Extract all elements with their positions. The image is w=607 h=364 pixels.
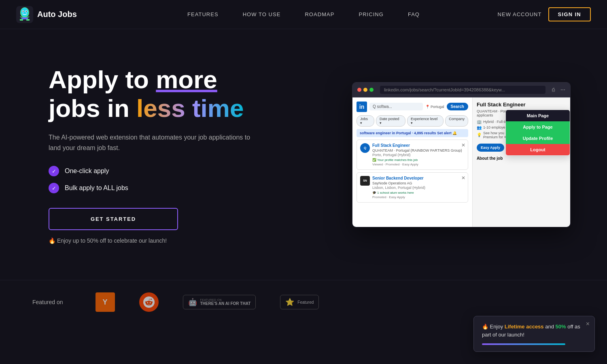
li-job-card-1: SN Senior Backend Developer SayNode Oper…: [357, 172, 468, 203]
other-logo: ⭐ Featured: [280, 295, 319, 309]
check-icon-1: ✓: [49, 183, 59, 193]
hero-title: Apply to more jobs in less time: [49, 65, 259, 123]
there-is-an-ai-logo: 🤖 FEATURED ON THERE'S AN AI FOR THAT: [183, 295, 256, 309]
linkedin-content: in Q softwa... 📍 Portugal Search Jobs ▾ …: [352, 97, 570, 227]
dot-red: [357, 88, 361, 92]
compare-icon: 💡: [477, 133, 482, 137]
banner-label: software engineer in Portugal: [360, 131, 411, 135]
dot-yellow: [363, 88, 367, 92]
nav-link-features[interactable]: FEATURES: [187, 11, 219, 17]
hero-section: Apply to more jobs in less time The AI-p…: [0, 29, 607, 280]
reddit-logo: [139, 292, 159, 312]
job-meta-0: Viewed · Promoted · Easy Apply: [372, 163, 465, 166]
featured-logos: Y 🤖 FEATURED ON THERE'S AN AI FOR THAT ⭐…: [96, 292, 575, 312]
close-job-1[interactable]: ✕: [461, 175, 465, 181]
location-icon: 📍: [425, 105, 430, 109]
job-badge-1: 🎓 1 school alum works here: [372, 191, 465, 195]
ext-apply-button[interactable]: Apply to Page: [506, 121, 570, 133]
linkedin-logo: in: [357, 102, 367, 112]
extension-popup: Main Page Apply to Page Update Profile L…: [505, 110, 570, 156]
job-meta-1: Promoted · Easy Apply: [372, 195, 465, 199]
li-banner: software engineer in Portugal · 4,895 re…: [357, 129, 468, 137]
close-job-0[interactable]: ✕: [461, 142, 465, 148]
other-badge: ⭐ Featured: [280, 295, 319, 309]
li-job-card-0: Q Full Stack Engineer QUANTEAM · Portuga…: [357, 140, 468, 170]
toast-text: 🔥 Enjoy Lifetime access and 50% off as p…: [482, 323, 586, 339]
nav-link-faq[interactable]: FAQ: [408, 11, 420, 17]
job-title-0: Full Stack Engineer: [372, 143, 465, 148]
li-search-button[interactable]: Search: [447, 103, 468, 110]
badge-icon-1: 🎓: [372, 191, 376, 195]
toast-highlight-green: 50%: [556, 324, 566, 330]
nav-link-roadmap[interactable]: ROADMAP: [305, 11, 334, 17]
job-title-1: Senior Backend Developer: [372, 176, 465, 180]
easy-apply-button[interactable]: Easy Apply: [477, 144, 504, 152]
svg-point-6: [26, 11, 27, 11]
dot-green-dot: [369, 88, 374, 92]
feature-label-0: One-click apply: [65, 167, 109, 175]
ext-popup-header: Main Page: [506, 110, 570, 121]
li-header: in Q softwa... 📍 Portugal Search: [357, 102, 468, 112]
li-filter-bar: Jobs ▾ Date posted ▾ Experience level ▾ …: [357, 115, 468, 127]
nav-link-how-to-use[interactable]: HOW TO USE: [243, 11, 281, 17]
li-filter-jobs[interactable]: Jobs ▾: [357, 115, 374, 127]
browser-icon-share: ⎙: [552, 87, 555, 93]
title-middle: jobs in: [49, 94, 136, 122]
reddit-logo-circle: [139, 292, 159, 312]
svg-rect-9: [26, 19, 30, 21]
linkedin-left-panel: in Q softwa... 📍 Portugal Search Jobs ▾ …: [352, 97, 472, 227]
li-search-box: Q softwa...: [369, 103, 423, 110]
browser-dots: [357, 88, 374, 92]
feature-item-1: ✓ Bulk apply to ALL jobs: [49, 183, 259, 193]
li-filter-date[interactable]: Date posted ▾: [376, 115, 405, 127]
browser-bar: linkedin.com/jobs/search/?currentJobId=3…: [352, 83, 570, 97]
banner-alert: Set alert 🔔: [437, 131, 457, 135]
logo-icon: [16, 6, 33, 23]
there-is-an-ai-badge: 🤖 FEATURED ON THERE'S AN AI FOR THAT: [183, 295, 256, 309]
ext-logout-button[interactable]: Logout: [506, 144, 570, 155]
ai-badge-icon: 🤖: [188, 298, 197, 307]
svg-rect-8: [20, 19, 23, 21]
toast-notification: × 🔥 Enjoy Lifetime access and 50% off as…: [473, 316, 595, 352]
navbar: Auto Jobs FEATURES HOW TO USE ROADMAP PR…: [0, 0, 607, 29]
browser-url: linkedin.com/jobs/search/?currentJobId=3…: [380, 86, 545, 94]
location-text: Portugal: [431, 105, 444, 109]
li-filter-company[interactable]: Company: [445, 115, 468, 127]
get-started-button[interactable]: GET STARTED: [49, 208, 178, 230]
reddit-icon: [143, 296, 155, 308]
banner-results: 4,895 results: [414, 131, 436, 135]
title-more: more: [156, 66, 217, 93]
title-prefix: Apply to: [49, 66, 156, 93]
svg-point-5: [23, 11, 23, 11]
toast-progress-bar: [482, 343, 565, 345]
nav-links: FEATURES HOW TO USE ROADMAP PRICING FAQ: [187, 11, 420, 17]
feature-item-0: ✓ One-click apply: [49, 166, 259, 176]
nav-link-pricing[interactable]: PRICING: [359, 11, 383, 17]
nav-actions: NEW ACCOUNT SIGN IN: [498, 7, 591, 21]
svg-point-2: [21, 8, 28, 17]
hn-logo-box: Y: [96, 292, 115, 312]
hero-right: linkedin.com/jobs/search/?currentJobId=3…: [348, 82, 575, 227]
job-badge-0: ✅ Your profile matches this job: [372, 158, 465, 162]
toast-highlight-gold: Lifetime access: [505, 324, 544, 330]
featured-label: Featured on: [32, 299, 63, 305]
brand-name: Auto Jobs: [37, 10, 77, 19]
office-icon: 🏢: [477, 120, 482, 124]
nav-logo[interactable]: Auto Jobs: [16, 6, 77, 23]
launch-promo: 🔥 Enjoy up to 50% off to celebrate our l…: [49, 237, 259, 244]
sign-in-button[interactable]: SIGN IN: [548, 7, 591, 21]
job-avatar-1: SN: [360, 176, 370, 186]
job-company-0: QUANTEAM · Portugal (RAINBOW PARTNERS Gr…: [372, 148, 465, 152]
toast-close-button[interactable]: ×: [586, 320, 590, 328]
job-location-0: Porto, Portugal (Hybrid): [372, 153, 465, 157]
ext-profile-button[interactable]: Update Profile: [506, 133, 570, 144]
browser-mockup: linkedin.com/jobs/search/?currentJobId=3…: [352, 82, 571, 227]
employees-icon: 👥: [477, 125, 482, 130]
job-location-1: Lisbon, Lisbon, Portugal (Hybrid): [372, 186, 465, 190]
job-avatar-0: Q: [360, 143, 370, 153]
feature-label-1: Bulk apply to ALL jobs: [65, 184, 128, 192]
other-badge-text: Featured: [297, 300, 314, 305]
new-account-button[interactable]: NEW ACCOUNT: [498, 11, 542, 17]
job-detail-1: Senior Backend Developer SayNode Operati…: [372, 176, 465, 199]
li-filter-exp[interactable]: Experience level ▾: [407, 115, 444, 127]
